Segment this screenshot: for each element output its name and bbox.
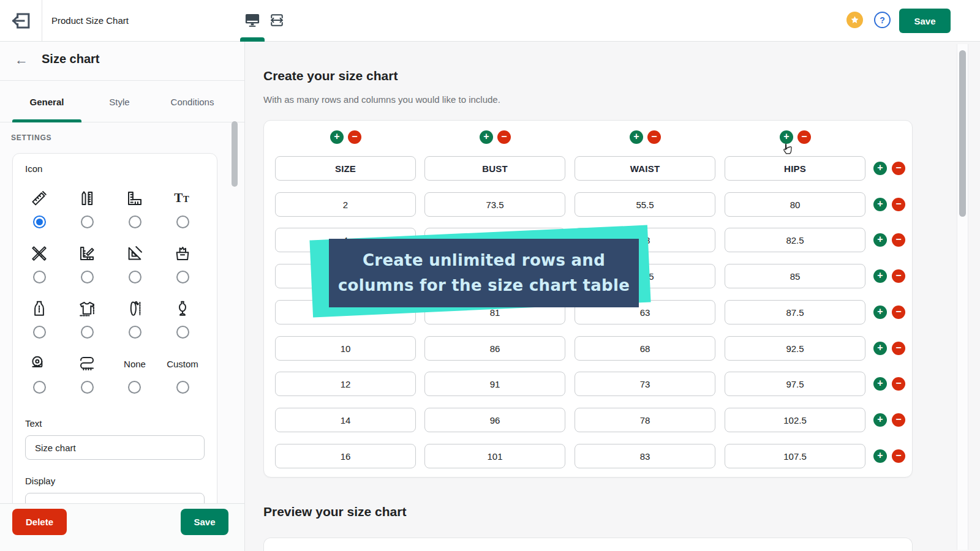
icon-option-tshirt-measure[interactable]	[78, 296, 96, 351]
icon-option-foot-measure[interactable]	[126, 296, 144, 351]
remove-row-button-3[interactable]: −	[892, 269, 905, 283]
cell-hips-row2[interactable]: 82.5	[725, 228, 865, 252]
cell-size-row7[interactable]: 14	[275, 408, 416, 432]
cell-size-row8[interactable]: 16	[275, 444, 416, 468]
cell-hips-row5[interactable]: 92.5	[725, 336, 865, 361]
tab-general[interactable]: General	[12, 81, 81, 122]
icon-option-dress-form[interactable]	[30, 296, 48, 351]
cell-hips-row8[interactable]: 107.5	[725, 444, 865, 468]
remove-column-waist-button[interactable]: −	[647, 130, 661, 144]
add-row-button-7[interactable]: +	[873, 413, 887, 427]
icon-radio-pencil-box[interactable]	[176, 271, 189, 283]
cell-bust-row5[interactable]: 86	[424, 336, 565, 361]
add-row-button-6[interactable]: +	[873, 377, 887, 391]
cell-size-row5[interactable]: 10	[275, 336, 416, 361]
remove-row-button-6[interactable]: −	[892, 377, 905, 391]
sidebar-save-button[interactable]: Save	[181, 509, 228, 535]
icon-radio-text-tt[interactable]	[176, 216, 189, 228]
add-row-button-4[interactable]: +	[873, 305, 887, 319]
icon-radio-custom[interactable]	[176, 381, 189, 394]
cell-hips-row6[interactable]: 97.5	[725, 372, 865, 396]
remove-row-button-4[interactable]: −	[892, 305, 905, 319]
icon-option-tape-measure-rolled[interactable]	[30, 351, 48, 406]
remove-row-button-2[interactable]: −	[892, 233, 905, 247]
column-header-waist[interactable]: WAIST	[575, 156, 715, 181]
icon-option-mannequin[interactable]	[173, 296, 192, 351]
icon-option-custom[interactable]: Custom	[167, 351, 198, 406]
cell-size-row6[interactable]: 12	[275, 372, 416, 396]
icon-option-text-tt[interactable]: TT	[173, 186, 192, 241]
add-row-button-5[interactable]: +	[873, 342, 887, 355]
cell-waist-row5[interactable]: 68	[575, 336, 715, 361]
icon-radio-corner-ruler[interactable]	[129, 216, 141, 228]
remove-row-button-1[interactable]: −	[892, 198, 905, 211]
icon-option-ruler-pencil-corner[interactable]	[78, 241, 96, 296]
cell-bust-row6[interactable]: 91	[424, 372, 565, 396]
icon-radio-none[interactable]	[128, 381, 141, 394]
cell-hips-row1[interactable]: 80	[725, 192, 865, 217]
column-header-size[interactable]: SIZE	[275, 156, 416, 181]
cell-hips-row4[interactable]: 87.5	[725, 300, 865, 324]
save-button[interactable]: Save	[899, 9, 951, 33]
add-column-size-button[interactable]: +	[330, 130, 344, 144]
column-header-bust[interactable]: BUST	[424, 156, 565, 181]
cell-bust-row8[interactable]: 101	[424, 444, 565, 468]
icon-option-tape-measure-curled[interactable]	[78, 351, 96, 406]
back-arrow-icon[interactable]: ←	[15, 52, 28, 68]
cell-hips-row7[interactable]: 102.5	[725, 408, 865, 432]
icon-radio-dress-form[interactable]	[33, 326, 46, 339]
cell-hips-row3[interactable]: 85	[725, 264, 865, 288]
icon-option-pencil-box[interactable]	[173, 241, 192, 296]
add-row-button-8[interactable]: +	[873, 449, 887, 463]
icon-option-corner-ruler[interactable]	[126, 186, 144, 241]
add-row-button-0[interactable]: +	[873, 162, 887, 175]
icon-radio-pencil-ruler-vertical[interactable]	[81, 216, 94, 228]
cell-waist-row6[interactable]: 73	[575, 372, 715, 396]
tab-conditions[interactable]: Conditions	[158, 81, 227, 122]
cell-bust-row1[interactable]: 73.5	[424, 192, 565, 217]
cell-waist-row1[interactable]: 55.5	[575, 192, 715, 217]
sidebar-scrollbar[interactable]	[232, 121, 238, 187]
icon-radio-tshirt-measure[interactable]	[81, 326, 94, 339]
add-column-bust-button[interactable]: +	[480, 130, 493, 144]
add-row-button-1[interactable]: +	[873, 198, 887, 211]
delete-button[interactable]: Delete	[12, 509, 67, 535]
icon-radio-foot-measure[interactable]	[129, 326, 141, 339]
remove-row-button-8[interactable]: −	[892, 449, 905, 463]
remove-row-button-0[interactable]: −	[892, 162, 905, 175]
icon-radio-set-square-pencil[interactable]	[129, 271, 141, 283]
add-column-waist-button[interactable]: +	[630, 130, 643, 144]
icon-option-pencil-ruler-vertical[interactable]	[78, 186, 96, 241]
remove-row-button-7[interactable]: −	[892, 413, 905, 427]
exit-app-button[interactable]	[10, 9, 33, 32]
icon-radio-tape-measure-curled[interactable]	[81, 381, 94, 394]
icon-option-ruler-pencil-crossed[interactable]	[30, 241, 48, 296]
remove-column-size-button[interactable]: −	[348, 130, 361, 144]
remove-column-bust-button[interactable]: −	[497, 130, 511, 144]
icon-option-set-square-pencil[interactable]	[126, 241, 144, 296]
tab-style[interactable]: Style	[86, 81, 153, 122]
add-row-button-2[interactable]: +	[873, 233, 887, 247]
icon-radio-ruler-diagonal[interactable]	[33, 216, 46, 228]
cell-size-row1[interactable]: 2	[275, 192, 416, 217]
column-header-hips[interactable]: HIPS	[725, 156, 865, 181]
icon-option-none[interactable]: None	[124, 351, 146, 406]
remove-row-button-5[interactable]: −	[892, 342, 905, 355]
cell-bust-row7[interactable]: 96	[424, 408, 565, 432]
icon-radio-tape-measure-rolled[interactable]	[33, 381, 46, 394]
desktop-view-button[interactable]	[244, 12, 262, 30]
exit-icon	[10, 9, 33, 32]
main-scrollbar[interactable]	[959, 50, 966, 217]
icon-radio-ruler-pencil-corner[interactable]	[81, 271, 94, 283]
icon-option-ruler-diagonal[interactable]	[30, 186, 48, 241]
cell-waist-row8[interactable]: 83	[575, 444, 715, 468]
icon-radio-mannequin[interactable]	[176, 326, 189, 339]
fullwidth-view-button[interactable]	[268, 12, 287, 30]
icon-radio-ruler-pencil-crossed[interactable]	[33, 271, 46, 283]
add-row-button-3[interactable]: +	[873, 269, 887, 283]
text-input[interactable]	[25, 435, 205, 460]
cell-waist-row7[interactable]: 78	[575, 408, 715, 432]
remove-column-hips-button[interactable]: −	[797, 130, 811, 144]
help-button[interactable]: ?	[874, 12, 891, 28]
star-rating-button[interactable]	[846, 12, 863, 28]
